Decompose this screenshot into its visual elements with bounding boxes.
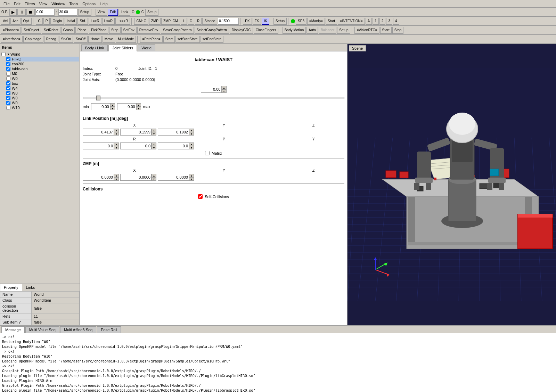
x-down[interactable]: ▼ — [114, 132, 119, 136]
menu-help[interactable]: Help — [98, 1, 110, 7]
setobject-button[interactable]: SetObject — [22, 27, 41, 34]
place-button[interactable]: Place — [75, 27, 88, 34]
tree-item-w0b[interactable]: W0 — [6, 91, 79, 96]
y2-up[interactable]: ▲ — [189, 142, 194, 146]
initial-button[interactable]: Initial — [65, 18, 77, 25]
stance-input[interactable] — [218, 18, 239, 25]
tree-item-can200[interactable]: can200 — [6, 62, 79, 66]
savegrasp-button[interactable]: SaveGraspPattern — [161, 27, 194, 34]
intention-button[interactable]: =INTENTION= — [338, 18, 365, 25]
ltopl-button[interactable]: L<=R — [102, 18, 115, 25]
zmp-y-down[interactable]: ▼ — [152, 177, 156, 181]
displaygrc-button[interactable]: DisplayGRC — [230, 27, 253, 34]
zmp-x-up[interactable]: ▲ — [114, 174, 119, 177]
zmp-z-input[interactable] — [158, 174, 189, 181]
tab-multiaffine3seq[interactable]: Multi Affine3 Seq — [60, 326, 96, 333]
edit-button[interactable]: Edit — [108, 9, 118, 16]
setup-button[interactable]: Setup — [78, 9, 91, 16]
tab-multivalueseq[interactable]: Multi Value Seq — [25, 326, 59, 333]
w0b-checkbox[interactable] — [6, 91, 10, 95]
slider-track[interactable] — [83, 97, 344, 99]
planner-button[interactable]: =Planner= — [1, 27, 21, 34]
y2-down[interactable]: ▼ — [189, 146, 194, 149]
x-up[interactable]: ▲ — [114, 129, 119, 132]
fk-button[interactable]: FK — [253, 18, 261, 25]
acc-button[interactable]: Acc — [10, 18, 21, 25]
menu-options[interactable]: Options — [80, 1, 98, 7]
w4-checkbox[interactable] — [6, 86, 10, 90]
p-button[interactable]: P — [43, 18, 50, 25]
tree-item-w0d[interactable]: W0 — [6, 100, 79, 105]
menu-filters[interactable]: Filters — [23, 1, 37, 7]
l-button[interactable]: L — [181, 18, 187, 25]
cm-button[interactable]: CM: C — [134, 18, 148, 25]
p-input[interactable] — [120, 142, 152, 149]
w0c-checkbox[interactable] — [6, 96, 10, 100]
max-spin-down[interactable]: ▼ — [136, 107, 141, 110]
tree-item-w0a[interactable]: W0 — [6, 76, 79, 81]
start3-button[interactable]: Start — [163, 36, 175, 43]
ltopr2-button[interactable]: L<=>R — [115, 18, 130, 25]
matrix-checkbox[interactable] — [205, 151, 210, 155]
r-button[interactable]: R — [195, 18, 202, 25]
look-button[interactable]: Look — [118, 9, 130, 16]
zmp-x-down[interactable]: ▼ — [114, 177, 119, 181]
r-up[interactable]: ▲ — [114, 142, 119, 146]
y-input[interactable] — [120, 129, 152, 136]
pickplace-button[interactable]: PickPlace — [89, 27, 108, 34]
srvon-button[interactable]: SrvOn — [59, 36, 73, 43]
scene-viewport[interactable] — [348, 44, 556, 325]
zmp-cm-button[interactable]: ZMP: CM — [161, 18, 180, 25]
tab-property[interactable]: Property — [0, 284, 22, 291]
y2-input[interactable] — [158, 142, 189, 149]
stop-btn-toolbar3[interactable]: Stop — [109, 27, 121, 34]
closefingers-button[interactable]: CloseFingers — [254, 27, 278, 34]
setenv-button[interactable]: SetEnv — [121, 27, 137, 34]
r-input[interactable] — [83, 142, 114, 149]
y-up[interactable]: ▲ — [152, 129, 156, 132]
z-input[interactable] — [158, 129, 189, 136]
stance-button[interactable]: Stance — [202, 18, 217, 25]
multimode-button[interactable]: MultiMode — [116, 36, 136, 43]
tablecan-checkbox[interactable] — [6, 67, 10, 71]
box-checkbox[interactable] — [6, 81, 10, 85]
tab-world[interactable]: World — [138, 44, 155, 51]
capimage-button[interactable]: CapImage — [23, 36, 43, 43]
self-collisions-checkbox[interactable] — [198, 194, 203, 199]
home-button[interactable]: Home — [88, 36, 102, 43]
zmp-z-up[interactable]: ▲ — [189, 174, 194, 177]
vel-button[interactable]: Vel — [1, 18, 10, 25]
view-button[interactable]: View — [96, 9, 107, 16]
setup4-button[interactable]: Setup — [337, 27, 350, 34]
z-up[interactable]: ▲ — [189, 129, 194, 132]
tree-item-hiro[interactable]: HIRO — [6, 57, 79, 62]
menu-edit[interactable]: Edit — [12, 1, 23, 7]
main-spinbox-input[interactable] — [201, 86, 222, 93]
tree-item-w10[interactable]: W10 — [6, 105, 79, 110]
recog-button[interactable]: Recog — [44, 36, 58, 43]
menu-tools[interactable]: Tools — [67, 1, 80, 7]
can200-checkbox[interactable] — [6, 62, 10, 66]
time-input[interactable] — [35, 9, 55, 16]
c2-button[interactable]: C — [188, 18, 194, 25]
tree-item-w4[interactable]: W4 — [6, 86, 79, 91]
tree-item-world[interactable]: ▼ World — [1, 52, 79, 57]
setrobot-button[interactable]: SetRobot — [42, 27, 60, 34]
zmp-y-input[interactable] — [120, 174, 152, 181]
zmp-button[interactable]: ZMP — [149, 18, 161, 25]
slider-thumb[interactable] — [96, 96, 100, 100]
move-button[interactable]: Move — [103, 36, 115, 43]
w10-checkbox[interactable] — [6, 106, 10, 110]
z-down[interactable]: ▼ — [189, 132, 194, 136]
menu-window[interactable]: Window — [49, 1, 67, 7]
w0a-checkbox[interactable] — [6, 76, 10, 81]
world-checkbox[interactable] — [1, 52, 6, 56]
hiro-checkbox[interactable] — [6, 57, 10, 61]
setup3-button[interactable]: Setup — [273, 18, 287, 25]
origin-button[interactable]: Origin — [50, 18, 64, 25]
bodymotion-button[interactable]: Body Motion — [283, 27, 306, 34]
setstartstate-button[interactable]: setStartState — [175, 36, 200, 43]
menu-view[interactable]: View — [37, 1, 50, 7]
tab-jointsliders[interactable]: Joint Sliders — [108, 44, 137, 51]
y-down[interactable]: ▼ — [152, 132, 156, 136]
